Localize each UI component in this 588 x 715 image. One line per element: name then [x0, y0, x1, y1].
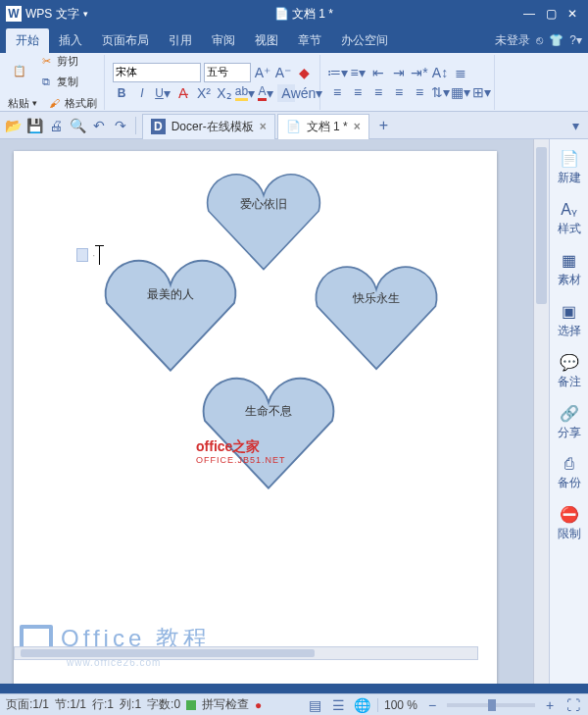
align-justify-icon[interactable]: ≡: [390, 83, 408, 101]
zoom-out-icon[interactable]: −: [423, 696, 441, 714]
underline-icon[interactable]: U▾: [154, 84, 172, 102]
grow-font-icon[interactable]: A⁺: [254, 64, 271, 81]
side-select[interactable]: ▣选择: [558, 302, 581, 339]
decrease-indent-icon[interactable]: ⇤: [369, 64, 387, 81]
copy-button[interactable]: ⧉复制: [34, 72, 81, 91]
align-distribute-icon[interactable]: ≡: [411, 83, 428, 101]
login-status[interactable]: 未登录: [495, 32, 530, 49]
show-marks-icon[interactable]: ≣: [452, 64, 469, 81]
save-icon[interactable]: 💾: [25, 117, 43, 134]
side-resources[interactable]: ▦素材: [558, 251, 581, 288]
close-tab-icon[interactable]: ×: [354, 120, 361, 133]
numbering-icon[interactable]: ≡▾: [349, 64, 367, 81]
canvas[interactable]: · 爱心依旧 最美的人 快乐永生 生命不息 office之家 OFFICE.J: [0, 139, 533, 684]
side-backup[interactable]: ⎙备份: [558, 455, 581, 491]
subscript-icon[interactable]: X₂: [216, 84, 233, 102]
side-comments[interactable]: 💬备注: [558, 353, 581, 390]
status-section[interactable]: 节:1/1: [55, 696, 86, 713]
undo-icon[interactable]: ↶: [90, 117, 108, 134]
close-button[interactable]: ✕: [563, 6, 582, 22]
tab-char-icon[interactable]: ⇥*: [411, 64, 428, 81]
app-brand: W WPS 文字 ▾: [6, 6, 88, 23]
tab-view[interactable]: 视图: [245, 28, 288, 53]
paste-label: 粘贴: [8, 96, 29, 111]
tab-references[interactable]: 引用: [159, 28, 202, 53]
tab-sections[interactable]: 章节: [288, 28, 331, 53]
quick-launch: 📂 💾 🖨 🔍 ↶ ↷: [4, 117, 136, 134]
tab-insert[interactable]: 插入: [49, 28, 92, 53]
title-bar: W WPS 文字 ▾ 📄 文档 1 * — ▢ ✕: [0, 0, 588, 27]
font-size-select[interactable]: [204, 63, 251, 82]
side-restrict[interactable]: ⛔限制: [558, 505, 581, 542]
side-new[interactable]: 📄新建: [558, 149, 581, 186]
italic-icon[interactable]: I: [133, 84, 151, 102]
side-styles[interactable]: Aᵧ样式: [558, 200, 581, 237]
new-tab-button[interactable]: +: [371, 115, 396, 136]
status-chars[interactable]: 字数:0: [147, 696, 180, 713]
status-spell[interactable]: 拼写检查: [202, 696, 249, 713]
bullets-icon[interactable]: ≔▾: [328, 64, 346, 81]
tab-workspace[interactable]: 办公空间: [331, 28, 398, 53]
redo-icon[interactable]: ↷: [112, 117, 129, 134]
font-name-select[interactable]: [113, 63, 201, 82]
zoom-slider[interactable]: [447, 703, 535, 707]
zoom-in-icon[interactable]: +: [541, 696, 559, 714]
superscript-icon[interactable]: X²: [195, 84, 213, 102]
skin-icon[interactable]: ⎋: [536, 33, 543, 47]
format-painter-button[interactable]: 🖌格式刷: [42, 93, 100, 112]
fullscreen-icon[interactable]: ⛶: [564, 696, 582, 714]
help-icon[interactable]: ?▾: [569, 33, 582, 47]
minimize-button[interactable]: —: [519, 6, 539, 22]
clear-format-icon[interactable]: ◆: [295, 64, 313, 81]
align-right-icon[interactable]: ≡: [369, 83, 387, 101]
view-outline-icon[interactable]: ☰: [330, 696, 348, 714]
doc-icon: 📄: [286, 120, 301, 133]
align-center-icon[interactable]: ≡: [349, 83, 367, 101]
heart-shape-4[interactable]: 生命不息: [195, 372, 342, 494]
close-tab-icon[interactable]: ×: [260, 120, 267, 133]
font-group: A⁺ A⁻ ◆ B I U▾ A̶ X² X₂ ab▾ A▾ A wén▾: [109, 55, 320, 110]
open-icon[interactable]: 📂: [4, 117, 22, 134]
status-page[interactable]: 页面:1/1: [6, 696, 49, 713]
view-web-icon[interactable]: 🌐: [354, 696, 371, 714]
heart-4-label: 生命不息: [195, 403, 342, 420]
tab-review[interactable]: 审阅: [202, 28, 245, 53]
watermark-text: office之家: [196, 438, 260, 456]
font-color-icon[interactable]: A▾: [257, 84, 274, 102]
cut-button[interactable]: ✂剪切: [34, 53, 81, 71]
tab-docer-template[interactable]: D Docer-在线模板 ×: [142, 114, 275, 139]
horizontal-scrollbar[interactable]: [14, 646, 478, 660]
heart-shape-2[interactable]: 最美的人: [97, 254, 244, 377]
line-spacing-icon[interactable]: ⇅▾: [431, 83, 449, 101]
page: · 爱心依旧 最美的人 快乐永生 生命不息 office之家 OFFICE.J: [14, 151, 497, 684]
side-share[interactable]: 🔗分享: [558, 404, 581, 441]
heart-shape-3[interactable]: 快乐永生: [308, 261, 445, 375]
phonetic-icon[interactable]: wén▾: [298, 84, 316, 102]
shading-icon[interactable]: ▦▾: [452, 83, 469, 101]
status-line: 行:1: [92, 696, 114, 713]
highlight-icon[interactable]: ab▾: [236, 84, 254, 102]
ribbon: 📋 ✂剪切 ⧉复制 粘贴▾ 🖌格式刷 A⁺ A⁻ ◆ B I U▾ A̶ X² …: [0, 53, 588, 112]
tab-list-icon[interactable]: ▾: [566, 117, 584, 134]
maximize-button[interactable]: ▢: [541, 6, 561, 22]
shirt-icon[interactable]: 👕: [549, 33, 564, 47]
bold-icon[interactable]: B: [113, 84, 130, 102]
tab-home[interactable]: 开始: [6, 28, 49, 53]
tab-document-1[interactable]: 📄 文档 1 * ×: [277, 114, 369, 139]
borders-icon[interactable]: ⊞▾: [472, 83, 490, 101]
vertical-scrollbar[interactable]: [533, 139, 549, 684]
tab-page-layout[interactable]: 页面布局: [92, 28, 159, 53]
paste-button[interactable]: 📋: [8, 62, 31, 81]
print-icon[interactable]: 🖨: [47, 117, 65, 134]
view-print-icon[interactable]: ▤: [307, 696, 324, 714]
document-title: 📄 文档 1 *: [88, 6, 519, 23]
shrink-font-icon[interactable]: A⁻: [274, 64, 292, 81]
app-logo-icon: W: [6, 6, 22, 22]
strike-icon[interactable]: A̶: [174, 84, 192, 102]
increase-indent-icon[interactable]: ⇥: [390, 64, 408, 81]
zoom-value[interactable]: 100 %: [384, 698, 417, 712]
status-column: 列:1: [120, 696, 141, 713]
text-direction-icon[interactable]: A↕: [431, 64, 449, 81]
print-preview-icon[interactable]: 🔍: [69, 117, 86, 134]
align-left-icon[interactable]: ≡: [328, 83, 346, 101]
